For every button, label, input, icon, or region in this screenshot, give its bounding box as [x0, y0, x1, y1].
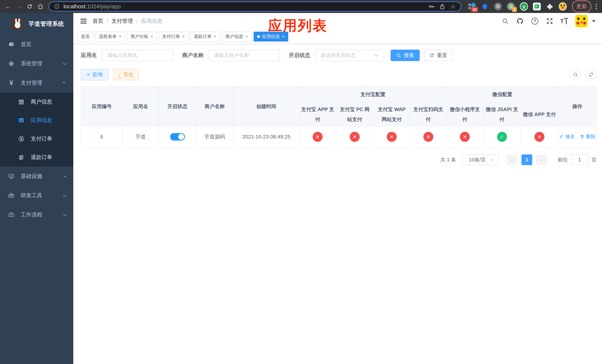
- fullscreen-icon[interactable]: [546, 17, 553, 25]
- tab-process-form[interactable]: 流程表单×: [95, 32, 125, 42]
- delete-link[interactable]: 删除: [580, 133, 596, 140]
- font-size-icon[interactable]: [560, 17, 568, 25]
- search-button[interactable]: 搜索: [391, 50, 420, 61]
- browser-forward-icon[interactable]: →: [14, 2, 24, 11]
- reset-button[interactable]: 重置: [424, 50, 452, 61]
- breadcrumb-home[interactable]: 首页: [93, 17, 103, 25]
- extension-blue-diamond-icon[interactable]: 10: [468, 2, 476, 11]
- yen-icon: ¥: [8, 79, 15, 86]
- toolbox-icon: [8, 192, 15, 199]
- sidebar-item-label: 工作流程: [21, 211, 42, 218]
- breadcrumb-payment[interactable]: 支付管理: [111, 17, 133, 25]
- prev-page-button[interactable]: ‹: [507, 154, 517, 165]
- browser-back-icon[interactable]: ←: [3, 2, 13, 11]
- tab-home[interactable]: 首页: [77, 32, 93, 42]
- sidebar-item-refund-orders[interactable]: 退款订单: [0, 148, 73, 167]
- col-header-merchant: 商户名称: [196, 86, 233, 127]
- extension-command-icon[interactable]: ⌘: [494, 2, 502, 11]
- col-header-alipay-pc: 支付宝 PC 网站支付: [336, 102, 373, 127]
- tab-merchant-info[interactable]: 商户信息×: [222, 32, 252, 42]
- search-form: 应用名 商户名称 开启状态 请选择开启状态 搜索: [81, 50, 596, 61]
- extension-balloon-icon[interactable]: [481, 2, 489, 11]
- col-header-alipay-wap: 支付宝 WAP 网站支付: [373, 102, 410, 127]
- monitor-check-icon: [8, 173, 15, 180]
- sidebar: 芋道管理系统 首页 系统管理 ¥ 支付管理: [0, 13, 73, 364]
- refresh-button[interactable]: [586, 69, 596, 80]
- app-name-input[interactable]: [102, 50, 173, 61]
- sidebar-item-app-info[interactable]: 应用信息: [0, 111, 73, 130]
- chrome-menu-icon[interactable]: [594, 4, 599, 9]
- password-key-icon[interactable]: [428, 3, 436, 10]
- col-header-created: 创建时间: [233, 86, 299, 127]
- chevron-down-icon: [490, 158, 493, 161]
- close-icon[interactable]: ×: [182, 34, 185, 39]
- sidebar-item-infrastructure[interactable]: 基础设施: [0, 167, 73, 186]
- close-icon[interactable]: ×: [214, 34, 216, 39]
- extension-badge: 1: [512, 7, 517, 12]
- extension-chat-icon[interactable]: [533, 2, 541, 11]
- search-icon[interactable]: [501, 17, 509, 25]
- chevron-down-icon: [63, 174, 67, 178]
- chevron-down-icon: [63, 212, 67, 216]
- url-bar[interactable]: localhost:1024/pay/app ☆: [49, 1, 461, 11]
- breadcrumb-separator: /: [107, 18, 108, 24]
- sidebar-item-system[interactable]: 系统管理: [0, 54, 73, 73]
- chevron-down-icon: [63, 193, 67, 197]
- tab-pay-orders[interactable]: 支付订单×: [159, 32, 188, 42]
- chevron-down-icon: [63, 61, 67, 65]
- close-icon[interactable]: ×: [150, 34, 153, 39]
- merchant-name-input[interactable]: [208, 50, 280, 61]
- cell-alipay-qr: ✕: [410, 127, 447, 147]
- sidebar-item-payment[interactable]: ¥ 支付管理: [0, 73, 73, 93]
- export-button[interactable]: ↓ 导出: [113, 69, 139, 80]
- extension-camera-icon[interactable]: 1: [507, 2, 515, 11]
- breadcrumb: 首页 / 支付管理 / 应用信息: [93, 17, 162, 25]
- page-size-select[interactable]: 10条/页: [462, 154, 499, 165]
- plus-icon: +: [86, 72, 90, 78]
- browser-reload-icon[interactable]: [25, 2, 34, 11]
- edit-link[interactable]: 修改: [559, 133, 575, 140]
- sidebar-item-label: 应用信息: [31, 117, 52, 124]
- github-icon[interactable]: [516, 17, 524, 25]
- status-toggle[interactable]: [170, 133, 185, 140]
- browser-home-icon[interactable]: [35, 2, 45, 11]
- sidebar-item-workflow[interactable]: 工作流程: [0, 205, 73, 225]
- extension-y-icon[interactable]: y: [520, 2, 528, 11]
- close-icon[interactable]: ×: [246, 34, 248, 39]
- documents-icon: [18, 154, 25, 161]
- sidebar-item-dev-tools[interactable]: 研发工具: [0, 186, 73, 205]
- app-name-label: 应用名: [81, 52, 97, 59]
- profile-avatar-icon[interactable]: [559, 2, 567, 11]
- close-icon[interactable]: ×: [119, 34, 121, 39]
- goto-page-input[interactable]: [571, 154, 589, 165]
- next-page-button[interactable]: ›: [536, 154, 547, 165]
- chrome-update-button[interactable]: 更新: [572, 0, 591, 12]
- status-select[interactable]: 请选择开启状态: [315, 50, 383, 61]
- site-info-icon[interactable]: [53, 3, 61, 10]
- status-circle: ✕: [313, 132, 323, 142]
- page-title: 应用列表: [268, 16, 327, 35]
- sidebar-item-home[interactable]: 首页: [0, 35, 73, 54]
- tab-refund-orders[interactable]: 退款订单×: [190, 32, 220, 42]
- app-logo[interactable]: 芋道管理系统: [0, 13, 73, 35]
- browser-toolbar: ← → localhost:1024/pay/app ☆ 10 ⌘ 1 y: [0, 0, 602, 13]
- toggle-search-button[interactable]: [570, 69, 581, 80]
- help-icon[interactable]: ?: [531, 17, 539, 25]
- tab-user-group[interactable]: 用户分组×: [127, 32, 157, 42]
- cell-alipay-pc: ✕: [336, 127, 373, 147]
- add-button[interactable]: + 新增: [81, 69, 108, 80]
- col-group-wechat: 微信配置: [447, 86, 558, 102]
- status-circle: ✕: [387, 132, 397, 142]
- bookmark-star-icon[interactable]: ☆: [449, 3, 457, 10]
- page-number-1[interactable]: 1: [521, 154, 532, 165]
- dashboard-icon: [8, 41, 15, 48]
- col-header-wx-jsapi: 微信 JSAPI 支付: [483, 102, 521, 127]
- sidebar-item-merchant-info[interactable]: 商户信息: [0, 93, 73, 111]
- share-icon[interactable]: [438, 3, 446, 10]
- sidebar-item-pay-orders[interactable]: 支付订单: [0, 130, 73, 148]
- user-menu-caret-icon[interactable]: [592, 20, 596, 22]
- sidebar-item-label: 支付订单: [31, 135, 52, 143]
- extensions-puzzle-icon[interactable]: [546, 2, 554, 11]
- user-avatar[interactable]: [575, 15, 588, 27]
- sidebar-fold-icon[interactable]: [80, 17, 88, 25]
